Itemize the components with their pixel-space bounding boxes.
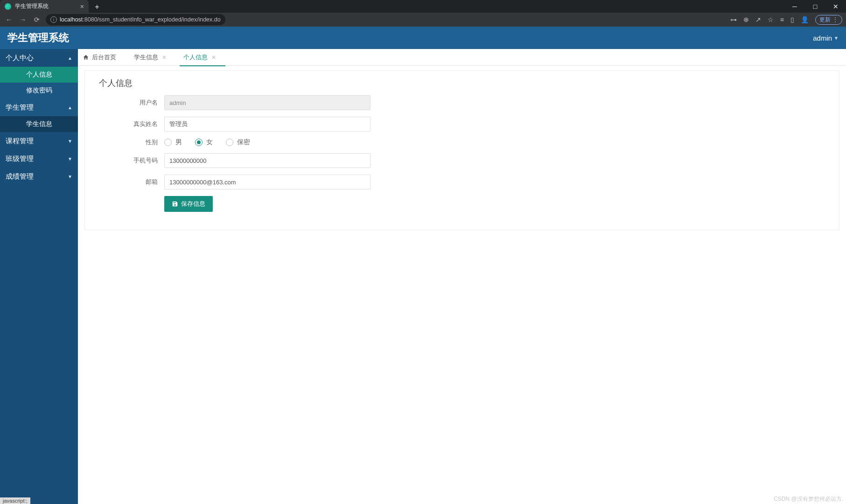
tab-label: 个人信息: [183, 53, 208, 62]
browser-update-button[interactable]: 更新 ⋮: [815, 15, 842, 25]
sidebar-group-personal[interactable]: 个人中心 ▲: [0, 49, 78, 67]
sidebar-group-label: 成绩管理: [6, 172, 34, 181]
radio-label: 保密: [237, 138, 250, 147]
sidebar-group-course[interactable]: 课程管理 ▼: [0, 132, 78, 150]
row-email: 邮箱: [94, 175, 830, 189]
app-body: 个人中心 ▲ 个人信息 修改密码 学生管理 ▲ 学生信息 课程管理 ▼ 班级管理…: [0, 49, 846, 504]
sidebar-item-personal-info[interactable]: 个人信息: [0, 67, 78, 83]
window-maximize-button[interactable]: □: [805, 0, 825, 13]
input-realname[interactable]: [164, 117, 371, 132]
radio-icon: [226, 139, 233, 146]
update-label: 更新: [819, 16, 831, 24]
input-phone[interactable]: [164, 153, 371, 168]
tab-student-info[interactable]: 学生信息 ✕: [133, 49, 168, 66]
row-phone: 手机号码: [94, 153, 830, 168]
save-button[interactable]: 保存信息: [164, 196, 213, 212]
window-minimize-button[interactable]: ─: [784, 0, 805, 13]
row-realname: 真实姓名: [94, 117, 830, 132]
tab-personal-info[interactable]: 个人信息 ✕: [182, 49, 217, 66]
tab-label: 学生信息: [134, 53, 158, 62]
sidebar-group-label: 班级管理: [6, 154, 34, 163]
tab-home[interactable]: 后台首页: [81, 53, 118, 62]
browser-tab-title: 学生管理系统: [15, 2, 49, 10]
row-gender: 性别 男 女: [94, 138, 830, 147]
browser-chrome: 学生管理系统 × + ─ □ ✕ ← → ⟳ i localhost:8080/…: [0, 0, 846, 27]
sidebar-group-student[interactable]: 学生管理 ▲: [0, 98, 78, 116]
browser-status-bar: javascript:;: [0, 497, 30, 504]
sidebar-group-class[interactable]: 班级管理 ▼: [0, 150, 78, 168]
user-menu[interactable]: admin ▼: [813, 34, 839, 42]
tab-close-icon[interactable]: ✕: [162, 54, 167, 61]
favicon-icon: [5, 3, 11, 10]
chevron-down-icon: ▼: [68, 156, 72, 161]
panel-title: 个人信息: [94, 75, 830, 95]
new-tab-button[interactable]: +: [91, 1, 103, 13]
tab-close-icon[interactable]: ×: [80, 3, 84, 10]
chevron-up-icon: ▲: [68, 105, 72, 110]
toolbar-right: ⊶ ⊕ ↗ ☆ ≡ ▯ 👤 更新 ⋮: [730, 15, 842, 25]
app-title: 学生管理系统: [7, 31, 69, 45]
app-header: 学生管理系统 admin ▼: [0, 27, 846, 49]
kebab-icon: ⋮: [832, 16, 838, 23]
radio-gender-secret[interactable]: 保密: [226, 138, 250, 147]
input-email[interactable]: [164, 175, 371, 189]
chevron-up-icon: ▲: [68, 56, 72, 61]
url-path: :8080/ssm_studentInfo_war_exploded/index…: [83, 16, 220, 23]
window-close-button[interactable]: ✕: [825, 0, 846, 13]
sidebar: 个人中心 ▲ 个人信息 修改密码 学生管理 ▲ 学生信息 课程管理 ▼ 班级管理…: [0, 49, 78, 504]
url-host: localhost: [60, 16, 83, 23]
sidebar-group-label: 学生管理: [6, 103, 34, 112]
nav-forward-button[interactable]: →: [18, 14, 28, 25]
sidebar-item-student-info[interactable]: 学生信息: [0, 116, 78, 132]
browser-tab[interactable]: 学生管理系统 ×: [0, 0, 89, 13]
browser-tabstrip: 学生管理系统 × + ─ □ ✕: [0, 0, 846, 13]
zoom-icon[interactable]: ⊕: [743, 16, 749, 23]
key-icon[interactable]: ⊶: [730, 16, 737, 23]
save-button-label: 保存信息: [181, 200, 205, 208]
sidebar-item-change-password[interactable]: 修改密码: [0, 83, 78, 98]
radio-group-gender: 男 女 保密: [164, 138, 371, 147]
panel-icon[interactable]: ▯: [790, 16, 794, 23]
panel-wrap: 个人信息 用户名 真实姓名 性别: [78, 66, 846, 235]
tab-close-icon[interactable]: ✕: [211, 54, 216, 61]
row-submit: 保存信息: [94, 196, 830, 212]
chevron-down-icon: ▼: [68, 174, 72, 179]
address-bar[interactable]: i localhost:8080/ssm_studentInfo_war_exp…: [46, 14, 225, 25]
window-controls: ─ □ ✕: [784, 0, 846, 13]
user-name: admin: [813, 34, 832, 42]
nav-reload-button[interactable]: ⟳: [32, 14, 42, 25]
home-icon: [83, 54, 89, 61]
radio-label: 男: [175, 138, 182, 147]
radio-gender-female[interactable]: 女: [195, 138, 213, 147]
input-username: [164, 95, 371, 110]
share-icon[interactable]: ↗: [755, 16, 761, 23]
radio-icon: [164, 139, 172, 146]
panel-personal-info: 个人信息 用户名 真实姓名 性别: [84, 70, 839, 230]
sidebar-group-label: 课程管理: [6, 137, 34, 146]
profile-icon[interactable]: 👤: [801, 16, 809, 23]
radio-gender-male[interactable]: 男: [164, 138, 182, 147]
main: 后台首页 学生信息 ✕ 个人信息 ✕ 个人信息 用户名: [78, 49, 846, 504]
chevron-down-icon: ▼: [68, 139, 72, 144]
tabbar: 后台首页 学生信息 ✕ 个人信息 ✕: [78, 49, 846, 66]
radio-label: 女: [206, 138, 213, 147]
save-icon: [172, 201, 178, 207]
chevron-down-icon: ▼: [834, 35, 839, 41]
label-username: 用户名: [94, 98, 164, 107]
label-realname: 真实姓名: [94, 120, 164, 128]
site-info-icon[interactable]: i: [50, 16, 57, 23]
sidebar-group-score[interactable]: 成绩管理 ▼: [0, 168, 78, 185]
browser-toolbar: ← → ⟳ i localhost:8080/ssm_studentInfo_w…: [0, 13, 846, 27]
label-email: 邮箱: [94, 178, 164, 186]
nav-back-button[interactable]: ←: [4, 14, 14, 25]
label-gender: 性别: [94, 138, 164, 147]
label-phone: 手机号码: [94, 156, 164, 165]
radio-icon: [195, 139, 203, 146]
sidebar-group-label: 个人中心: [6, 54, 34, 63]
bookmark-icon[interactable]: ☆: [768, 16, 774, 23]
readinglist-icon[interactable]: ≡: [780, 16, 784, 23]
tab-home-label: 后台首页: [92, 53, 116, 62]
row-username: 用户名: [94, 95, 830, 110]
